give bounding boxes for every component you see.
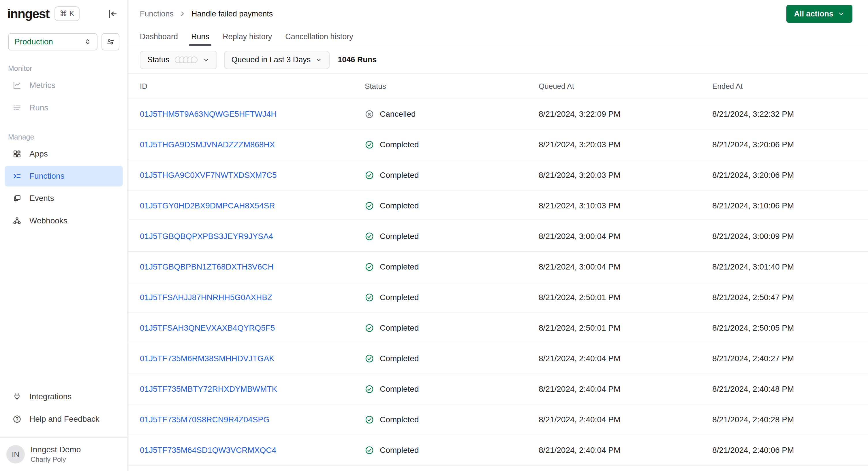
chevron-down-icon [203,57,210,63]
sidebar-item-events[interactable]: Events [0,187,127,210]
completed-icon [365,232,374,241]
metrics-chart-icon [12,81,22,90]
environment-settings-button[interactable] [101,33,119,51]
completed-icon [365,415,374,424]
completed-icon [365,323,374,333]
help-circle-icon [12,414,22,424]
run-status-label: Completed [380,446,419,455]
events-windows-icon [12,193,22,203]
table-row: 01J5THGA9DSMJVNADZZZM868HX Completed 8/2… [128,129,868,160]
completed-icon [365,384,374,394]
run-queued-at: 8/21/2024, 3:22:09 PM [539,109,712,119]
run-id-cell: 01J5TFSAHJJ87HNRHH5G0AXHBZ [140,293,365,302]
table-row: 01J5THGA9C0XVF7NWTXDSXM7C5 Completed 8/2… [128,160,868,191]
run-id-link[interactable]: 01J5TGBQBPBN1ZT68DXTH3V6CH [140,262,274,271]
tab-replay-history[interactable]: Replay history [223,28,272,46]
chevron-down-icon [837,10,845,18]
run-id-link[interactable]: 01J5TGY0HD2BX9DMPCAH8X54SR [140,201,275,210]
run-id-link[interactable]: 01J5TFSAHJJ87HNRHH5G0AXHBZ [140,293,272,302]
sidebar-item-label: Apps [29,149,48,159]
run-ended-at: 8/21/2024, 3:22:32 PM [712,109,868,119]
tab-runs[interactable]: Runs [191,28,209,46]
completed-icon [365,446,374,455]
run-ended-at: 8/21/2024, 2:40:27 PM [712,354,868,363]
run-queued-at: 8/21/2024, 3:20:03 PM [539,170,712,180]
all-actions-button[interactable]: All actions [786,5,852,23]
run-id-link[interactable]: 01J5TF735M64SD1QW3VCRMXQC4 [140,446,276,454]
run-id-link[interactable]: 01J5TGBQBQPXPBS3JEYR9JYSA4 [140,232,273,241]
sidebar-footer: Integrations Help and Feedback IN Innges… [0,385,127,471]
sidebar-item-metrics[interactable]: Metrics [0,74,127,97]
user-name: Charly Poly [31,456,81,464]
run-status-cell: Cancelled [365,109,539,119]
chevron-down-icon [315,57,322,63]
run-ended-at: 8/21/2024, 2:40:48 PM [712,384,868,394]
completed-icon [365,354,374,363]
sidebar-item-webhooks[interactable]: Webhooks [0,210,127,232]
table-row: 01J5TF735M70S8RCN9R4Z04SPG Completed 8/2… [128,404,868,435]
completed-icon [365,201,374,211]
collapse-sidebar-icon [107,8,118,19]
run-id-link[interactable]: 01J5TF735M70S8RCN9R4Z04SPG [140,415,270,424]
sidebar-header: inngest ⌘ K [0,0,127,21]
tab-dashboard[interactable]: Dashboard [140,28,178,46]
sidebar-item-functions[interactable]: Functions [5,166,123,187]
run-queued-at: 8/21/2024, 3:10:03 PM [539,201,712,211]
user-account-button[interactable]: IN Inngest Demo Charly Poly [0,438,127,471]
collapse-sidebar-button[interactable] [106,7,119,20]
run-id-link[interactable]: 01J5TF735MBTY72RHXDYMBWMTK [140,384,277,394]
run-status-label: Completed [380,140,419,149]
run-status-cell: Completed [365,262,539,272]
tab-cancellation-history[interactable]: Cancellation history [285,28,353,46]
run-id-link[interactable]: 01J5THGA9C0XVF7NWTXDSXM7C5 [140,170,277,180]
breadcrumb: Functions Handle failed payments [140,9,273,19]
run-status-label: Completed [380,384,419,394]
sidebar-item-integrations[interactable]: Integrations [0,385,127,408]
column-header-status: Status [365,82,539,91]
run-queued-at: 8/21/2024, 2:40:04 PM [539,354,712,363]
run-status-label: Completed [380,293,419,302]
sidebar-item-runs[interactable]: Runs [0,97,127,119]
run-queued-at: 8/21/2024, 2:50:01 PM [539,293,712,302]
run-queued-at: 8/21/2024, 3:00:04 PM [539,262,712,272]
run-status-cell: Completed [365,415,539,424]
sidebar-item-label: Webhooks [29,216,67,225]
environment-name: Production [14,37,53,46]
run-id-cell: 01J5THGA9DSMJVNADZZZM868HX [140,140,365,149]
completed-icon [365,262,374,272]
run-id-cell: 01J5TF735M70S8RCN9R4Z04SPG [140,415,365,424]
command-k-shortcut-badge[interactable]: ⌘ K [55,6,80,21]
run-ended-at: 8/21/2024, 3:10:06 PM [712,201,868,211]
run-ended-at: 8/21/2024, 3:01:40 PM [712,262,868,272]
chevron-updown-icon [84,38,92,46]
all-actions-label: All actions [794,9,833,19]
run-status-cell: Completed [365,293,539,302]
run-id-link[interactable]: 01J5THGA9DSMJVNADZZZM868HX [140,140,275,149]
environment-selector[interactable]: Production [8,33,97,51]
run-id-link[interactable]: 01J5THM5T9A63NQWGE5HFTWJ4H [140,109,277,119]
run-queued-at: 8/21/2024, 2:50:01 PM [539,323,712,333]
run-id-link[interactable]: 01J5TFSAH3QNEVXAXB4QYRQ5F5 [140,323,275,332]
table-row: 01J5TF735M64SD1QW3VCRMXQC4 Completed 8/2… [128,435,868,466]
sidebar-section-manage: Manage [0,131,127,143]
sidebar-item-help[interactable]: Help and Feedback [0,408,127,430]
column-header-ended-at: Ended At [712,82,868,91]
breadcrumb-functions-link[interactable]: Functions [140,9,174,19]
run-id-cell: 01J5TGBQBQPXPBS3JEYR9JYSA4 [140,232,365,241]
topbar: Functions Handle failed payments All act… [128,0,868,28]
run-id-link[interactable]: 01J5TF735M6RM38SMHHDVJTGAK [140,354,275,363]
functions-list-icon [12,171,22,181]
sidebar-item-apps[interactable]: Apps [0,143,127,165]
column-header-id: ID [140,82,365,91]
sidebar-item-label: Help and Feedback [29,414,99,424]
run-id-cell: 01J5THM5T9A63NQWGE5HFTWJ4H [140,109,365,119]
status-filter-button[interactable]: Status [140,51,217,69]
table-row: 01J5TFSAHJJ87HNRHH5G0AXHBZ Completed 8/2… [128,282,868,313]
run-status-label: Completed [380,201,419,211]
time-range-filter-button[interactable]: Queued in Last 3 Days [224,51,330,69]
run-status-cell: Completed [365,354,539,363]
run-queued-at: 8/21/2024, 2:40:04 PM [539,446,712,455]
run-queued-at: 8/21/2024, 2:40:04 PM [539,415,712,424]
run-status-cell: Completed [365,201,539,211]
sidebar-item-label: Events [29,194,54,203]
